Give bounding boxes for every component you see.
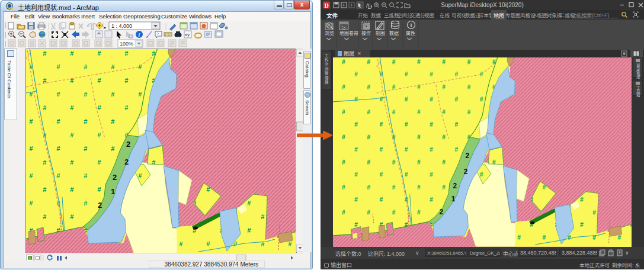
svg-text:?: ? — [156, 32, 159, 36]
svg-text:制图: 制图 — [376, 30, 385, 36]
svg-text:浏览: 浏览 — [325, 30, 334, 36]
svg-text:100%: 100% — [120, 41, 133, 47]
svg-text:xy: xy — [185, 32, 190, 37]
svg-text:1 : 4,000: 1 : 4,000 — [111, 23, 132, 29]
svg-text:操作: 操作 — [361, 30, 371, 36]
svg-text:D: D — [325, 2, 329, 9]
svg-text:数据: 数据 — [389, 30, 399, 36]
svg-text:地图卷帘: 地图卷帘 — [339, 30, 358, 36]
svg-text:属性: 属性 — [406, 30, 415, 36]
